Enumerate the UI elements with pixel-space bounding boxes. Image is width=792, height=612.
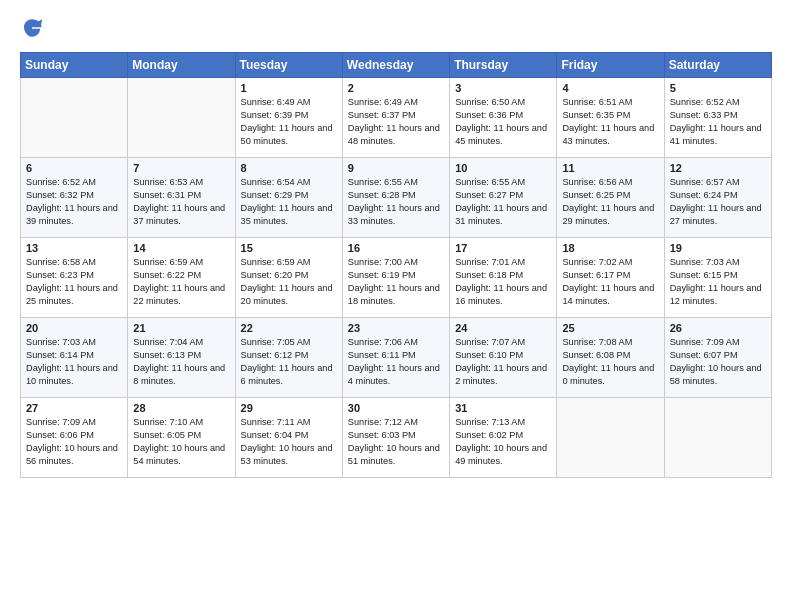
day-number: 2 xyxy=(348,82,444,94)
calendar-cell: 17Sunrise: 7:01 AM Sunset: 6:18 PM Dayli… xyxy=(450,238,557,318)
calendar-cell: 24Sunrise: 7:07 AM Sunset: 6:10 PM Dayli… xyxy=(450,318,557,398)
day-number: 17 xyxy=(455,242,551,254)
day-info: Sunrise: 7:00 AM Sunset: 6:19 PM Dayligh… xyxy=(348,256,444,308)
calendar-cell xyxy=(557,398,664,478)
calendar-cell: 13Sunrise: 6:58 AM Sunset: 6:23 PM Dayli… xyxy=(21,238,128,318)
day-info: Sunrise: 6:59 AM Sunset: 6:20 PM Dayligh… xyxy=(241,256,337,308)
day-info: Sunrise: 7:06 AM Sunset: 6:11 PM Dayligh… xyxy=(348,336,444,388)
day-number: 22 xyxy=(241,322,337,334)
day-info: Sunrise: 7:10 AM Sunset: 6:05 PM Dayligh… xyxy=(133,416,229,468)
day-header-monday: Monday xyxy=(128,53,235,78)
day-info: Sunrise: 6:58 AM Sunset: 6:23 PM Dayligh… xyxy=(26,256,122,308)
calendar-cell: 4Sunrise: 6:51 AM Sunset: 6:35 PM Daylig… xyxy=(557,78,664,158)
day-number: 31 xyxy=(455,402,551,414)
day-info: Sunrise: 6:59 AM Sunset: 6:22 PM Dayligh… xyxy=(133,256,229,308)
day-number: 11 xyxy=(562,162,658,174)
calendar-cell: 5Sunrise: 6:52 AM Sunset: 6:33 PM Daylig… xyxy=(664,78,771,158)
day-header-tuesday: Tuesday xyxy=(235,53,342,78)
calendar-cell: 27Sunrise: 7:09 AM Sunset: 6:06 PM Dayli… xyxy=(21,398,128,478)
calendar-week-row: 6Sunrise: 6:52 AM Sunset: 6:32 PM Daylig… xyxy=(21,158,772,238)
day-info: Sunrise: 6:52 AM Sunset: 6:32 PM Dayligh… xyxy=(26,176,122,228)
page-header xyxy=(20,16,772,40)
day-info: Sunrise: 6:57 AM Sunset: 6:24 PM Dayligh… xyxy=(670,176,766,228)
day-header-saturday: Saturday xyxy=(664,53,771,78)
calendar-cell: 6Sunrise: 6:52 AM Sunset: 6:32 PM Daylig… xyxy=(21,158,128,238)
calendar-cell: 10Sunrise: 6:55 AM Sunset: 6:27 PM Dayli… xyxy=(450,158,557,238)
calendar-cell: 1Sunrise: 6:49 AM Sunset: 6:39 PM Daylig… xyxy=(235,78,342,158)
day-info: Sunrise: 6:49 AM Sunset: 6:37 PM Dayligh… xyxy=(348,96,444,148)
logo xyxy=(20,16,48,40)
calendar-cell xyxy=(21,78,128,158)
day-number: 26 xyxy=(670,322,766,334)
day-info: Sunrise: 6:54 AM Sunset: 6:29 PM Dayligh… xyxy=(241,176,337,228)
day-header-thursday: Thursday xyxy=(450,53,557,78)
calendar-cell: 22Sunrise: 7:05 AM Sunset: 6:12 PM Dayli… xyxy=(235,318,342,398)
day-number: 25 xyxy=(562,322,658,334)
day-info: Sunrise: 7:08 AM Sunset: 6:08 PM Dayligh… xyxy=(562,336,658,388)
day-info: Sunrise: 7:09 AM Sunset: 6:07 PM Dayligh… xyxy=(670,336,766,388)
day-number: 18 xyxy=(562,242,658,254)
day-number: 9 xyxy=(348,162,444,174)
day-number: 16 xyxy=(348,242,444,254)
day-info: Sunrise: 6:55 AM Sunset: 6:27 PM Dayligh… xyxy=(455,176,551,228)
calendar-cell: 23Sunrise: 7:06 AM Sunset: 6:11 PM Dayli… xyxy=(342,318,449,398)
day-number: 30 xyxy=(348,402,444,414)
day-info: Sunrise: 6:56 AM Sunset: 6:25 PM Dayligh… xyxy=(562,176,658,228)
day-info: Sunrise: 7:04 AM Sunset: 6:13 PM Dayligh… xyxy=(133,336,229,388)
day-number: 24 xyxy=(455,322,551,334)
day-info: Sunrise: 7:07 AM Sunset: 6:10 PM Dayligh… xyxy=(455,336,551,388)
calendar-cell: 12Sunrise: 6:57 AM Sunset: 6:24 PM Dayli… xyxy=(664,158,771,238)
day-info: Sunrise: 7:05 AM Sunset: 6:12 PM Dayligh… xyxy=(241,336,337,388)
day-number: 1 xyxy=(241,82,337,94)
day-number: 7 xyxy=(133,162,229,174)
day-info: Sunrise: 7:03 AM Sunset: 6:15 PM Dayligh… xyxy=(670,256,766,308)
day-info: Sunrise: 6:53 AM Sunset: 6:31 PM Dayligh… xyxy=(133,176,229,228)
day-number: 14 xyxy=(133,242,229,254)
calendar-cell: 2Sunrise: 6:49 AM Sunset: 6:37 PM Daylig… xyxy=(342,78,449,158)
calendar-cell: 18Sunrise: 7:02 AM Sunset: 6:17 PM Dayli… xyxy=(557,238,664,318)
calendar-cell: 26Sunrise: 7:09 AM Sunset: 6:07 PM Dayli… xyxy=(664,318,771,398)
day-number: 15 xyxy=(241,242,337,254)
day-info: Sunrise: 6:55 AM Sunset: 6:28 PM Dayligh… xyxy=(348,176,444,228)
day-info: Sunrise: 6:49 AM Sunset: 6:39 PM Dayligh… xyxy=(241,96,337,148)
day-number: 4 xyxy=(562,82,658,94)
calendar-cell: 3Sunrise: 6:50 AM Sunset: 6:36 PM Daylig… xyxy=(450,78,557,158)
calendar-cell: 31Sunrise: 7:13 AM Sunset: 6:02 PM Dayli… xyxy=(450,398,557,478)
calendar-cell: 14Sunrise: 6:59 AM Sunset: 6:22 PM Dayli… xyxy=(128,238,235,318)
day-info: Sunrise: 7:09 AM Sunset: 6:06 PM Dayligh… xyxy=(26,416,122,468)
calendar-cell: 8Sunrise: 6:54 AM Sunset: 6:29 PM Daylig… xyxy=(235,158,342,238)
calendar-cell: 20Sunrise: 7:03 AM Sunset: 6:14 PM Dayli… xyxy=(21,318,128,398)
calendar-cell: 9Sunrise: 6:55 AM Sunset: 6:28 PM Daylig… xyxy=(342,158,449,238)
day-info: Sunrise: 7:03 AM Sunset: 6:14 PM Dayligh… xyxy=(26,336,122,388)
day-info: Sunrise: 7:02 AM Sunset: 6:17 PM Dayligh… xyxy=(562,256,658,308)
calendar-week-row: 1Sunrise: 6:49 AM Sunset: 6:39 PM Daylig… xyxy=(21,78,772,158)
day-number: 3 xyxy=(455,82,551,94)
day-header-friday: Friday xyxy=(557,53,664,78)
day-info: Sunrise: 7:12 AM Sunset: 6:03 PM Dayligh… xyxy=(348,416,444,468)
calendar-table: SundayMondayTuesdayWednesdayThursdayFrid… xyxy=(20,52,772,478)
day-number: 28 xyxy=(133,402,229,414)
day-info: Sunrise: 7:11 AM Sunset: 6:04 PM Dayligh… xyxy=(241,416,337,468)
calendar-cell: 7Sunrise: 6:53 AM Sunset: 6:31 PM Daylig… xyxy=(128,158,235,238)
day-number: 19 xyxy=(670,242,766,254)
calendar-cell xyxy=(664,398,771,478)
day-number: 6 xyxy=(26,162,122,174)
day-number: 5 xyxy=(670,82,766,94)
day-number: 13 xyxy=(26,242,122,254)
day-number: 29 xyxy=(241,402,337,414)
calendar-body: 1Sunrise: 6:49 AM Sunset: 6:39 PM Daylig… xyxy=(21,78,772,478)
day-number: 23 xyxy=(348,322,444,334)
calendar-cell: 16Sunrise: 7:00 AM Sunset: 6:19 PM Dayli… xyxy=(342,238,449,318)
calendar-week-row: 27Sunrise: 7:09 AM Sunset: 6:06 PM Dayli… xyxy=(21,398,772,478)
calendar-header-row: SundayMondayTuesdayWednesdayThursdayFrid… xyxy=(21,53,772,78)
day-number: 12 xyxy=(670,162,766,174)
calendar-cell: 29Sunrise: 7:11 AM Sunset: 6:04 PM Dayli… xyxy=(235,398,342,478)
calendar-cell: 28Sunrise: 7:10 AM Sunset: 6:05 PM Dayli… xyxy=(128,398,235,478)
day-info: Sunrise: 7:01 AM Sunset: 6:18 PM Dayligh… xyxy=(455,256,551,308)
day-number: 20 xyxy=(26,322,122,334)
day-number: 10 xyxy=(455,162,551,174)
day-header-wednesday: Wednesday xyxy=(342,53,449,78)
calendar-cell: 11Sunrise: 6:56 AM Sunset: 6:25 PM Dayli… xyxy=(557,158,664,238)
logo-icon xyxy=(20,16,44,40)
day-number: 27 xyxy=(26,402,122,414)
